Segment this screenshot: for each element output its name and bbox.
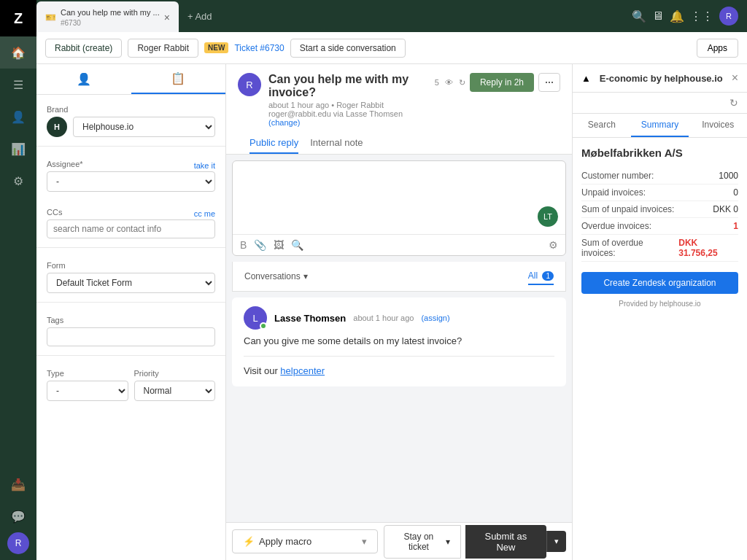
tab-title: Can you help me with my ... #6730 <box>61 7 160 28</box>
tags-section: Tags <box>36 306 225 352</box>
lightning-icon: ⚡ <box>243 536 255 547</box>
submit-button[interactable]: Submit as New <box>465 525 546 559</box>
take-it-link[interactable]: take it <box>194 161 215 170</box>
priority-field: Priority Normal <box>134 369 216 401</box>
tab-bar: 🎫 Can you help me with my ... #6730 × + … <box>36 0 747 32</box>
customer-number-label: Customer number: <box>581 171 654 181</box>
user-avatar[interactable]: R <box>719 7 738 26</box>
grid-icon[interactable]: ⋮⋮ <box>690 9 713 23</box>
image-icon[interactable]: 🖼 <box>274 239 284 251</box>
ccs-input[interactable] <box>47 219 215 238</box>
brand-create-button[interactable]: Rabbit (create) <box>45 39 122 58</box>
change-link[interactable]: (change) <box>268 118 300 127</box>
right-panel-tabs: Search Summary Invoices <box>573 114 747 138</box>
conversations-label[interactable]: Conversations ▾ <box>244 271 308 281</box>
assignee-section: Assignee* take it - <box>36 149 225 198</box>
nav-item-views[interactable]: ☰ <box>0 69 36 101</box>
ticket-actions: 5 👁 ↻ Reply in 2h ⋯ <box>435 73 560 92</box>
collapse-icon[interactable]: ▲ <box>581 73 591 84</box>
message-link-body: Visit our helpcenter <box>244 364 554 378</box>
helpcenter-link[interactable]: helpcenter <box>280 365 325 376</box>
add-tab-button[interactable]: + Add <box>179 11 221 22</box>
nav-item-avatar[interactable]: R <box>7 532 29 554</box>
invoices-tab[interactable]: Invoices <box>689 114 747 137</box>
left-panel: 👤 📋 Brand H Helphouse.io Assignee* take … <box>36 64 226 560</box>
priority-label: Priority <box>134 369 216 378</box>
nav-item-chat[interactable]: 💬 <box>0 500 36 532</box>
eye-icon[interactable]: 👁 <box>445 78 453 87</box>
tab-ticket[interactable]: 🎫 Can you help me with my ... #6730 × <box>36 1 179 34</box>
cc-me-link[interactable]: cc me <box>194 209 215 218</box>
search-icon[interactable]: 🔍 <box>632 9 646 23</box>
compose-body[interactable]: LT <box>233 161 565 234</box>
type-select[interactable]: - <box>47 381 128 401</box>
sum-overdue-row: Sum of overdue invoices: DKK 31.756,25 <box>581 235 738 262</box>
stay-on-ticket-button[interactable]: Stay on ticket ▾ <box>384 525 461 559</box>
internal-note-tab[interactable]: Internal note <box>310 133 363 154</box>
nav-item-inbox[interactable]: 📥 <box>0 468 36 500</box>
reply-count: 5 <box>435 78 439 87</box>
refresh-icon[interactable]: ↻ <box>459 78 465 88</box>
create-zendesk-org-button[interactable]: Create Zendesk organization <box>581 272 738 294</box>
message-item: L Lasse Thomsen about 1 hour ago (assign… <box>232 298 566 386</box>
apply-macro-button[interactable]: ⚡ Apply macro ▾ <box>232 529 378 553</box>
ticket-meta: about 1 hour ago • Roger Rabbit roger@ra… <box>268 101 427 127</box>
ticket-header-top: R Can you help me with my invoice? about… <box>238 73 560 127</box>
left-tab-user[interactable]: 👤 <box>36 64 131 94</box>
left-tab-info[interactable]: 📋 <box>131 64 226 94</box>
right-panel-refresh-icon[interactable]: ↻ <box>729 97 738 109</box>
settings-compose-icon[interactable]: ⚙ <box>549 239 558 251</box>
tags-input[interactable] <box>47 327 215 346</box>
form-select[interactable]: Default Ticket Form <box>47 273 215 293</box>
summary-tab[interactable]: Summary <box>631 114 689 137</box>
ticket-avatar: R <box>238 73 261 96</box>
submit-dropdown-button[interactable]: ▾ <box>546 531 566 552</box>
priority-select[interactable]: Normal <box>134 381 216 401</box>
conversations-bar: Conversations ▾ All 1 <box>232 262 566 292</box>
assignee-select[interactable]: - <box>47 171 215 192</box>
right-panel-close-button[interactable]: × <box>732 71 738 85</box>
tab-icon: 🎫 <box>45 12 56 23</box>
bottom-bar: ⚡ Apply macro ▾ Stay on ticket ▾ Submit … <box>226 522 572 560</box>
compose-avatar: LT <box>538 206 558 227</box>
bold-icon[interactable]: B <box>240 239 247 251</box>
nav-item-reports[interactable]: 📊 <box>0 133 36 165</box>
unpaid-row: Unpaid invoices: 0 <box>581 184 738 201</box>
all-tab[interactable]: All 1 <box>528 268 554 285</box>
search-tab[interactable]: Search <box>573 114 631 137</box>
brand-select[interactable]: Helphouse.io <box>73 117 215 137</box>
brand-avatar: H <box>47 117 67 137</box>
screen-icon[interactable]: 🖥 <box>652 9 664 23</box>
ticket-info: Can you help me with my invoice? about 1… <box>268 73 427 127</box>
apps-button[interactable]: Apps <box>697 39 738 58</box>
nav-item-settings[interactable]: ⚙ <box>0 165 36 197</box>
message-sender: Lasse Thomsen <box>274 313 346 324</box>
right-panel-title: E-conomic by helphouse.io <box>600 73 723 84</box>
reply-button[interactable]: Reply in 2h <box>470 73 534 92</box>
search-compose-icon[interactable]: 🔍 <box>291 239 303 251</box>
close-tab-button[interactable]: × <box>164 12 170 23</box>
side-conversation-button[interactable]: Start a side conversation <box>290 39 406 58</box>
center-panel: R Can you help me with my invoice? about… <box>226 64 572 560</box>
more-button[interactable]: ⋯ <box>538 73 560 92</box>
right-panel: ▲ E-conomic by helphouse.io × ↻ Search S… <box>572 64 747 560</box>
online-dot <box>260 322 267 330</box>
conversations-bar-inner: Conversations ▾ All 1 <box>233 262 565 291</box>
attach-icon[interactable]: 📎 <box>254 239 266 251</box>
tags-label: Tags <box>47 316 215 324</box>
nav-item-home[interactable]: 🏠 <box>0 36 36 69</box>
brand-section: Brand H Helphouse.io <box>36 95 225 143</box>
notification-icon[interactable]: 🔔 <box>670 9 684 23</box>
unpaid-label: Unpaid invoices: <box>581 187 646 198</box>
nav-sidebar: Z 🏠 ☰ 👤 📊 ⚙ 📥 💬 R <box>0 0 36 560</box>
apply-macro-chevron-icon: ▾ <box>362 536 367 547</box>
agent-button[interactable]: Roger Rabbit <box>128 39 198 58</box>
ccs-section: CCs cc me <box>36 198 225 244</box>
app-toolbar: Rabbit (create) Roger Rabbit NEW Ticket … <box>36 32 747 64</box>
assignee-label-row: Assignee* take it <box>47 160 215 171</box>
nav-logo[interactable]: Z <box>0 0 36 36</box>
stay-chevron-icon: ▾ <box>446 537 450 547</box>
assign-link[interactable]: (assign) <box>421 314 449 322</box>
nav-item-customers[interactable]: 👤 <box>0 101 36 133</box>
public-reply-tab[interactable]: Public reply <box>249 133 298 154</box>
